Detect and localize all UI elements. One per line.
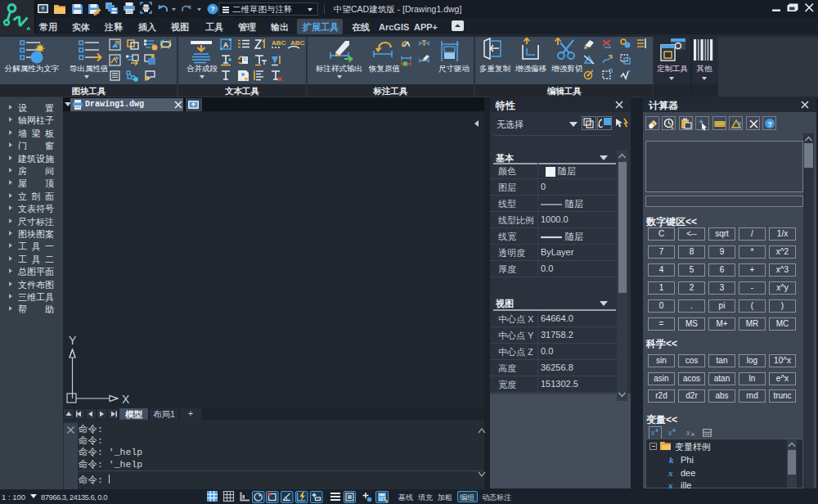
svg-text:Y: Y: [69, 334, 77, 347]
svg-text:?: ?: [210, 4, 215, 13]
svg-text:x: x: [650, 428, 655, 437]
svg-text:x: x: [667, 428, 672, 437]
svg-text:ABC: ABC: [272, 39, 286, 47]
svg-text:A: A: [223, 41, 229, 49]
svg-text:ABC: ABC: [290, 39, 305, 47]
svg-text:?: ?: [767, 120, 772, 128]
svg-text:x: x: [685, 428, 690, 437]
svg-text:X: X: [122, 393, 130, 406]
